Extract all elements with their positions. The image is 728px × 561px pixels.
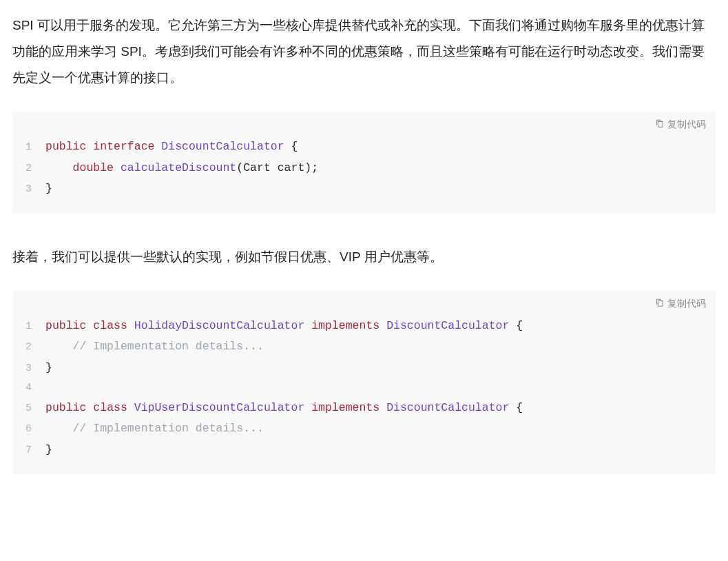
code-line: 2 double calculateDiscount(Cart cart); — [12, 158, 716, 179]
code-content: // Implementation details... — [45, 336, 264, 358]
copy-code-button[interactable]: 复制代码 — [655, 119, 706, 131]
code-content: public class HolidayDiscountCalculator i… — [45, 316, 523, 337]
copy-icon — [655, 298, 665, 310]
paragraph-implementations: 接着，我们可以提供一些默认的实现，例如节假日优惠、VIP 用户优惠等。 — [12, 244, 716, 270]
copy-icon — [655, 119, 665, 131]
line-number: 4 — [12, 378, 45, 398]
code-lines: 1public class HolidayDiscountCalculator … — [12, 316, 716, 461]
code-line: 1public class HolidayDiscountCalculator … — [12, 316, 716, 337]
line-number: 2 — [12, 338, 45, 357]
copy-code-label: 复制代码 — [667, 298, 706, 310]
code-line: 4 — [12, 378, 716, 398]
line-number: 1 — [12, 138, 45, 157]
copy-code-label: 复制代码 — [667, 119, 706, 131]
code-content: // Implementation details... — [45, 418, 264, 440]
code-content: public interface DiscountCalculator { — [45, 136, 298, 158]
paragraph-intro: SPI 可以用于服务的发现。它允许第三方为一些核心库提供替代或补充的实现。下面我… — [12, 12, 716, 91]
line-number: 3 — [12, 180, 45, 199]
code-content: } — [45, 178, 52, 200]
code-content: } — [45, 440, 52, 461]
code-lines: 1public interface DiscountCalculator {2 … — [12, 136, 716, 200]
copy-code-button[interactable]: 复制代码 — [655, 298, 706, 310]
code-content: double calculateDiscount(Cart cart); — [45, 158, 318, 179]
svg-rect-1 — [658, 300, 663, 306]
line-number: 2 — [12, 159, 45, 178]
line-number: 3 — [12, 359, 45, 378]
code-block-implementations: 复制代码 1public class HolidayDiscountCalcul… — [12, 291, 716, 475]
code-line: 5public class VipUserDiscountCalculator … — [12, 398, 716, 419]
code-line: 3} — [12, 358, 716, 379]
line-number: 6 — [12, 420, 45, 439]
code-line: 2 // Implementation details... — [12, 336, 716, 358]
code-line: 6 // Implementation details... — [12, 418, 716, 440]
code-content: public class VipUserDiscountCalculator i… — [45, 398, 523, 419]
svg-rect-0 — [658, 121, 663, 127]
line-number: 1 — [12, 317, 45, 336]
code-block-interface: 复制代码 1public interface DiscountCalculato… — [12, 112, 716, 214]
code-line: 3} — [12, 178, 716, 200]
line-number: 5 — [12, 399, 45, 418]
code-line: 1public interface DiscountCalculator { — [12, 136, 716, 158]
code-line: 7} — [12, 440, 716, 461]
line-number: 7 — [12, 441, 45, 460]
code-content: } — [45, 358, 52, 379]
